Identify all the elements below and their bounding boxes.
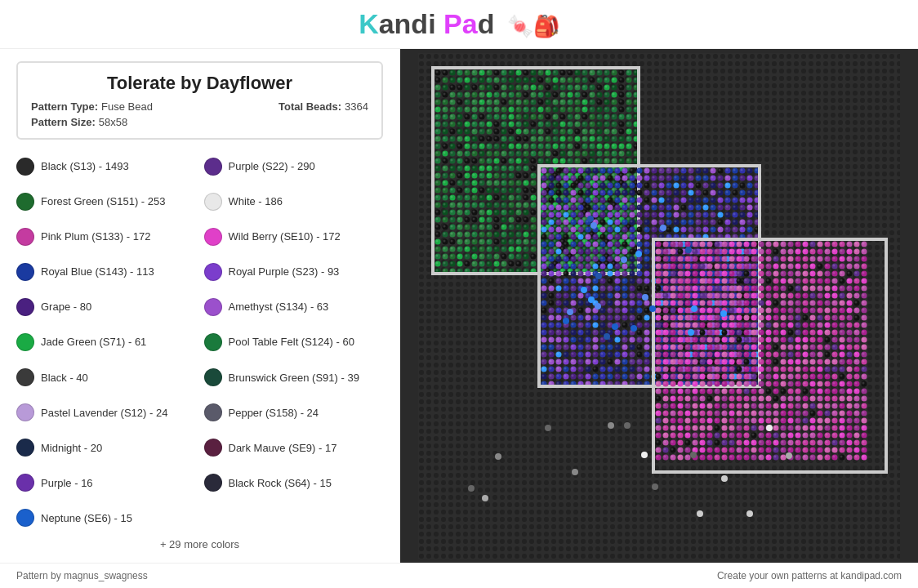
main-content: Tolerate by Dayflower Pattern Type: Fuse… [0,49,918,563]
color-swatch [204,158,222,176]
color-item: Royal Purple (S23) - 93 [204,256,384,287]
color-item: Midnight - 20 [16,433,196,463]
color-label: Royal Blue (S143) - 113 [41,265,154,278]
color-label: Amethyst (S134) - 63 [229,301,329,313]
beads-label: Total Beads: [279,100,341,113]
color-label: Black (S13) - 1493 [41,160,129,172]
size-label: Pattern Size: [31,116,96,128]
color-swatch [16,333,34,351]
color-label: Purple (S22) - 290 [229,160,315,172]
color-label: Brunswick Green (S91) - 39 [229,372,359,384]
color-label: Wild Berry (SE10) - 172 [229,230,341,243]
color-swatch [16,228,34,246]
logo: Kandi Pad 🍬🎒 [359,8,559,40]
color-swatch [16,263,34,281]
color-item: Grape - 80 [16,292,196,322]
color-swatch [16,368,34,386]
cta-text: Create your own patterns at kandipad.com [717,570,902,581]
color-item: Black (S13) - 1493 [16,151,196,181]
colors-grid: Black (S13) - 1493Purple (S22) - 290Fore… [16,151,383,533]
pattern-title: Tolerate by Dayflower [31,73,368,94]
color-swatch [204,439,222,457]
color-swatch [204,263,222,281]
color-item: Pink Plum (S133) - 172 [16,221,196,252]
color-swatch [16,439,34,457]
color-swatch [204,368,222,386]
footer: Pattern by magnus_swagness Create your o… [0,563,918,588]
color-label: Pool Table Felt (S124) - 60 [229,336,354,348]
logo-icons: 🍬🎒 [507,14,559,38]
color-item: Black Rock (S64) - 15 [204,468,384,498]
color-label: Black Rock (S64) - 15 [229,477,332,489]
color-label: Purple - 16 [41,477,93,489]
color-item: Purple - 16 [16,468,196,498]
color-item: Neptune (SE6) - 15 [16,503,196,533]
color-label: Royal Purple (S23) - 93 [229,265,340,278]
total-beads: Total Beads: 3364 [279,100,368,113]
color-label: Black - 40 [41,372,88,384]
color-swatch [204,298,222,316]
color-item: Pastel Lavender (S12) - 24 [16,398,196,428]
logo-andi: andi [379,8,436,39]
pattern-size-row: Pattern Size: 58x58 [31,116,368,128]
logo-k: K [359,8,379,39]
pattern-size: Pattern Size: 58x58 [31,116,127,128]
color-swatch [204,333,222,351]
color-swatch [204,228,222,246]
color-label: Jade Green (S71) - 61 [41,336,146,348]
type-value: Fuse Bead [101,100,153,113]
color-label: Pastel Lavender (S12) - 24 [41,407,167,419]
color-item: Jade Green (S71) - 61 [16,327,196,357]
color-item: Forest Green (S151) - 253 [16,186,196,216]
color-label: Midnight - 20 [41,442,102,454]
color-item: White - 186 [204,186,384,216]
color-swatch [16,298,34,316]
pattern-info-box: Tolerate by Dayflower Pattern Type: Fuse… [16,61,383,140]
color-item: Royal Blue (S143) - 113 [16,256,196,287]
color-item: Wild Berry (SE10) - 172 [204,221,384,252]
color-swatch [16,403,34,421]
type-label: Pattern Type: [31,100,98,113]
color-item: Black - 40 [16,363,196,393]
logo-pad: Pa [443,8,478,39]
color-swatch [16,158,34,176]
color-item: Pool Table Felt (S124) - 60 [204,327,384,357]
color-swatch [16,193,34,211]
color-swatch [204,193,222,211]
color-swatch [204,474,222,492]
bead-art-panel [400,49,918,563]
beads-value: 3364 [345,100,368,113]
color-item: Dark Mauve (SE9) - 17 [204,433,384,463]
more-colors: + 29 more colors [16,538,383,550]
color-label: Grape - 80 [41,301,91,313]
color-label: Pepper (S158) - 24 [229,407,319,419]
color-label: Neptune (SE6) - 15 [41,512,132,524]
size-value: 58x58 [99,116,127,128]
left-panel: Tolerate by Dayflower Pattern Type: Fuse… [0,49,400,563]
color-swatch [16,474,34,492]
color-label: White - 186 [229,195,283,207]
pattern-type: Pattern Type: Fuse Bead [31,100,153,113]
color-swatch [204,403,222,421]
color-label: Dark Mauve (SE9) - 17 [229,442,337,454]
color-item: Brunswick Green (S91) - 39 [204,363,384,393]
color-item: Pepper (S158) - 24 [204,398,384,428]
pattern-meta: Pattern Type: Fuse Bead Total Beads: 336… [31,100,368,113]
bead-art-canvas [418,53,900,559]
author-credit: Pattern by magnus_swagness [16,570,148,581]
logo-d: d [478,8,495,39]
color-label: Pink Plum (S133) - 172 [41,230,150,243]
color-item: Amethyst (S134) - 63 [204,292,384,322]
color-swatch [16,509,34,527]
header: Kandi Pad 🍬🎒 [0,0,918,49]
color-item: Purple (S22) - 290 [204,151,384,181]
color-label: Forest Green (S151) - 253 [41,195,165,207]
